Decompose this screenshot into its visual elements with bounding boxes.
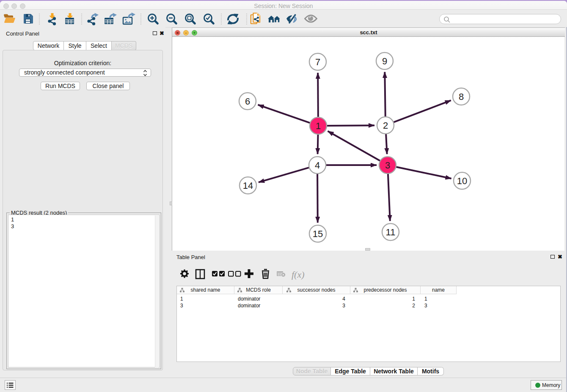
svg-text:7: 7: [315, 57, 320, 67]
svg-text:f(x): f(x): [292, 269, 305, 280]
svg-text:8: 8: [459, 91, 464, 102]
svg-text:11: 11: [386, 227, 396, 237]
svg-text:3: 3: [385, 160, 390, 171]
svg-text:15: 15: [313, 229, 323, 239]
svg-text:10: 10: [457, 176, 467, 186]
svg-text:2: 2: [383, 120, 388, 131]
svg-text:1: 1: [316, 121, 321, 131]
svg-text:9: 9: [382, 56, 387, 66]
svg-text:14: 14: [243, 180, 253, 191]
svg-text:4: 4: [315, 160, 320, 171]
svg-text:6: 6: [245, 96, 250, 107]
